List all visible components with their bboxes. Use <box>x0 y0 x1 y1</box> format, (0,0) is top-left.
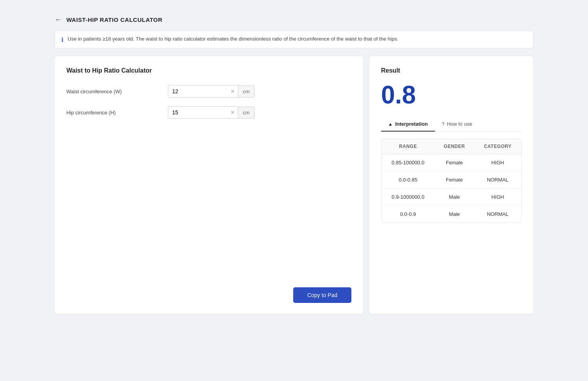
result-value: 0.8 <box>381 80 522 109</box>
page-title: WAIST-HIP RATIO CALCULATOR <box>66 16 162 23</box>
table-row: 0.9-1000000.0 Male HIGH <box>381 189 521 206</box>
hip-clear-icon[interactable]: ✕ <box>230 109 235 116</box>
col-range: RANGE <box>381 139 435 154</box>
tabs-row: ▲ Interpretation ? How to use <box>381 117 522 132</box>
cell-range: 0.85-100000.0 <box>381 154 435 171</box>
interpretation-table: RANGE GENDER CATEGORY 0.85-100000.0 Fema… <box>381 139 521 223</box>
table-header-row: RANGE GENDER CATEGORY <box>381 139 521 154</box>
cell-gender: Male <box>435 206 474 223</box>
back-button[interactable]: ← <box>55 16 62 24</box>
right-panel: Result 0.8 ▲ Interpretation ? How to use… <box>369 56 533 314</box>
tab-how-to-use[interactable]: ? How to use <box>435 117 479 132</box>
interpretation-table-container: RANGE GENDER CATEGORY 0.85-100000.0 Fema… <box>381 139 522 223</box>
cell-gender: Female <box>435 154 474 171</box>
cell-gender: Male <box>435 189 474 206</box>
cell-range: 0.0-0.85 <box>381 171 435 189</box>
tab-interpretation-label: Interpretation <box>395 121 428 127</box>
result-label: Result <box>381 67 522 74</box>
main-layout: Waist to Hip Ratio Calculator Waist circ… <box>55 56 533 314</box>
page-header: ← WAIST-HIP RATIO CALCULATOR <box>55 16 533 24</box>
left-panel-title: Waist to Hip Ratio Calculator <box>66 67 351 74</box>
hip-input-container: ✕ <box>168 106 238 119</box>
waist-clear-icon[interactable]: ✕ <box>230 88 235 94</box>
cell-range: 0.9-1000000.0 <box>381 189 435 206</box>
info-text: Use in patients ≥18 years old. The waist… <box>68 36 398 42</box>
hip-input-wrapper: ✕ cm <box>168 106 255 119</box>
waist-input-wrapper: ✕ cm <box>168 85 255 98</box>
hip-input[interactable] <box>168 106 238 119</box>
col-category: CATEGORY <box>474 139 521 154</box>
tab-interpretation[interactable]: ▲ Interpretation <box>381 117 435 132</box>
cell-category: NORMAL <box>474 206 521 223</box>
waist-unit: cm <box>238 85 255 98</box>
waist-label: Waist circumference (W) <box>66 89 168 94</box>
table-row: 0.0-0.9 Male NORMAL <box>381 206 521 223</box>
cell-range: 0.0-0.9 <box>381 206 435 223</box>
hip-field-row: Hip circumference (H) ✕ cm <box>66 106 351 119</box>
table-row: 0.85-100000.0 Female HIGH <box>381 154 521 171</box>
cell-gender: Female <box>435 171 474 189</box>
left-panel: Waist to Hip Ratio Calculator Waist circ… <box>55 56 363 314</box>
hip-label: Hip circumference (H) <box>66 110 168 116</box>
interpretation-icon: ▲ <box>388 121 393 127</box>
col-gender: GENDER <box>435 139 474 154</box>
waist-input-container: ✕ <box>168 85 238 98</box>
info-banner: ℹ Use in patients ≥18 years old. The wai… <box>55 31 533 48</box>
waist-field-row: Waist circumference (W) ✕ cm <box>66 85 351 98</box>
cell-category: HIGH <box>474 189 521 206</box>
cell-category: HIGH <box>474 154 521 171</box>
table-row: 0.0-0.85 Female NORMAL <box>381 171 521 189</box>
copy-to-pad-button[interactable]: Copy to Pad <box>293 287 351 303</box>
cell-category: NORMAL <box>474 171 521 189</box>
how-to-use-icon: ? <box>442 121 445 127</box>
info-icon: ℹ <box>61 36 64 43</box>
hip-unit: cm <box>238 107 255 119</box>
waist-input[interactable] <box>168 85 238 98</box>
tab-how-to-use-label: How to use <box>447 121 472 127</box>
